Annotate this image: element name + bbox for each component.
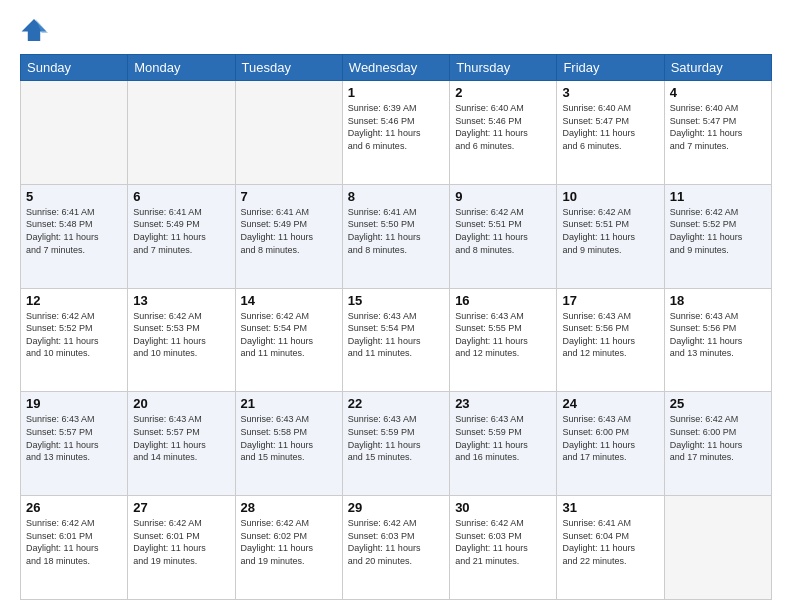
day-info: Sunrise: 6:40 AM Sunset: 5:46 PM Dayligh… xyxy=(455,102,551,152)
day-number: 20 xyxy=(133,396,229,411)
calendar-cell: 9Sunrise: 6:42 AM Sunset: 5:51 PM Daylig… xyxy=(450,184,557,288)
day-info: Sunrise: 6:43 AM Sunset: 5:55 PM Dayligh… xyxy=(455,310,551,360)
calendar-table: SundayMondayTuesdayWednesdayThursdayFrid… xyxy=(20,54,772,600)
calendar-cell xyxy=(21,81,128,185)
day-info: Sunrise: 6:40 AM Sunset: 5:47 PM Dayligh… xyxy=(670,102,766,152)
day-number: 25 xyxy=(670,396,766,411)
weekday-friday: Friday xyxy=(557,55,664,81)
day-number: 30 xyxy=(455,500,551,515)
weekday-header-row: SundayMondayTuesdayWednesdayThursdayFrid… xyxy=(21,55,772,81)
day-info: Sunrise: 6:40 AM Sunset: 5:47 PM Dayligh… xyxy=(562,102,658,152)
calendar-cell: 7Sunrise: 6:41 AM Sunset: 5:49 PM Daylig… xyxy=(235,184,342,288)
day-info: Sunrise: 6:43 AM Sunset: 6:00 PM Dayligh… xyxy=(562,413,658,463)
day-info: Sunrise: 6:43 AM Sunset: 5:57 PM Dayligh… xyxy=(133,413,229,463)
day-number: 16 xyxy=(455,293,551,308)
day-number: 17 xyxy=(562,293,658,308)
day-info: Sunrise: 6:43 AM Sunset: 5:59 PM Dayligh… xyxy=(455,413,551,463)
day-info: Sunrise: 6:41 AM Sunset: 5:50 PM Dayligh… xyxy=(348,206,444,256)
day-info: Sunrise: 6:42 AM Sunset: 5:52 PM Dayligh… xyxy=(670,206,766,256)
day-info: Sunrise: 6:43 AM Sunset: 5:54 PM Dayligh… xyxy=(348,310,444,360)
logo-icon xyxy=(20,16,48,44)
calendar-cell: 3Sunrise: 6:40 AM Sunset: 5:47 PM Daylig… xyxy=(557,81,664,185)
calendar-cell: 26Sunrise: 6:42 AM Sunset: 6:01 PM Dayli… xyxy=(21,496,128,600)
calendar-cell: 23Sunrise: 6:43 AM Sunset: 5:59 PM Dayli… xyxy=(450,392,557,496)
day-number: 11 xyxy=(670,189,766,204)
day-number: 13 xyxy=(133,293,229,308)
week-row-2: 12Sunrise: 6:42 AM Sunset: 5:52 PM Dayli… xyxy=(21,288,772,392)
day-info: Sunrise: 6:41 AM Sunset: 6:04 PM Dayligh… xyxy=(562,517,658,567)
weekday-sunday: Sunday xyxy=(21,55,128,81)
day-number: 6 xyxy=(133,189,229,204)
day-info: Sunrise: 6:42 AM Sunset: 6:01 PM Dayligh… xyxy=(133,517,229,567)
day-number: 31 xyxy=(562,500,658,515)
day-number: 3 xyxy=(562,85,658,100)
day-number: 12 xyxy=(26,293,122,308)
day-info: Sunrise: 6:42 AM Sunset: 5:51 PM Dayligh… xyxy=(562,206,658,256)
day-number: 2 xyxy=(455,85,551,100)
day-info: Sunrise: 6:42 AM Sunset: 6:02 PM Dayligh… xyxy=(241,517,337,567)
calendar-cell: 13Sunrise: 6:42 AM Sunset: 5:53 PM Dayli… xyxy=(128,288,235,392)
calendar-cell: 12Sunrise: 6:42 AM Sunset: 5:52 PM Dayli… xyxy=(21,288,128,392)
calendar-cell: 25Sunrise: 6:42 AM Sunset: 6:00 PM Dayli… xyxy=(664,392,771,496)
weekday-saturday: Saturday xyxy=(664,55,771,81)
day-info: Sunrise: 6:43 AM Sunset: 5:56 PM Dayligh… xyxy=(562,310,658,360)
day-number: 8 xyxy=(348,189,444,204)
calendar-cell: 10Sunrise: 6:42 AM Sunset: 5:51 PM Dayli… xyxy=(557,184,664,288)
calendar-cell: 4Sunrise: 6:40 AM Sunset: 5:47 PM Daylig… xyxy=(664,81,771,185)
calendar-cell: 15Sunrise: 6:43 AM Sunset: 5:54 PM Dayli… xyxy=(342,288,449,392)
day-number: 18 xyxy=(670,293,766,308)
calendar-cell: 20Sunrise: 6:43 AM Sunset: 5:57 PM Dayli… xyxy=(128,392,235,496)
day-info: Sunrise: 6:42 AM Sunset: 5:52 PM Dayligh… xyxy=(26,310,122,360)
calendar-cell: 2Sunrise: 6:40 AM Sunset: 5:46 PM Daylig… xyxy=(450,81,557,185)
calendar-cell: 14Sunrise: 6:42 AM Sunset: 5:54 PM Dayli… xyxy=(235,288,342,392)
calendar-cell xyxy=(128,81,235,185)
calendar-cell: 6Sunrise: 6:41 AM Sunset: 5:49 PM Daylig… xyxy=(128,184,235,288)
calendar-cell: 5Sunrise: 6:41 AM Sunset: 5:48 PM Daylig… xyxy=(21,184,128,288)
day-number: 26 xyxy=(26,500,122,515)
calendar-cell: 17Sunrise: 6:43 AM Sunset: 5:56 PM Dayli… xyxy=(557,288,664,392)
day-number: 21 xyxy=(241,396,337,411)
day-number: 28 xyxy=(241,500,337,515)
day-info: Sunrise: 6:42 AM Sunset: 5:53 PM Dayligh… xyxy=(133,310,229,360)
weekday-monday: Monday xyxy=(128,55,235,81)
day-number: 29 xyxy=(348,500,444,515)
calendar-cell: 1Sunrise: 6:39 AM Sunset: 5:46 PM Daylig… xyxy=(342,81,449,185)
header xyxy=(20,16,772,44)
day-number: 19 xyxy=(26,396,122,411)
day-number: 14 xyxy=(241,293,337,308)
calendar-cell: 31Sunrise: 6:41 AM Sunset: 6:04 PM Dayli… xyxy=(557,496,664,600)
calendar-cell: 16Sunrise: 6:43 AM Sunset: 5:55 PM Dayli… xyxy=(450,288,557,392)
week-row-1: 5Sunrise: 6:41 AM Sunset: 5:48 PM Daylig… xyxy=(21,184,772,288)
day-info: Sunrise: 6:41 AM Sunset: 5:48 PM Dayligh… xyxy=(26,206,122,256)
week-row-0: 1Sunrise: 6:39 AM Sunset: 5:46 PM Daylig… xyxy=(21,81,772,185)
calendar-cell: 21Sunrise: 6:43 AM Sunset: 5:58 PM Dayli… xyxy=(235,392,342,496)
day-number: 22 xyxy=(348,396,444,411)
week-row-4: 26Sunrise: 6:42 AM Sunset: 6:01 PM Dayli… xyxy=(21,496,772,600)
calendar-cell: 8Sunrise: 6:41 AM Sunset: 5:50 PM Daylig… xyxy=(342,184,449,288)
day-info: Sunrise: 6:42 AM Sunset: 5:51 PM Dayligh… xyxy=(455,206,551,256)
day-info: Sunrise: 6:42 AM Sunset: 6:01 PM Dayligh… xyxy=(26,517,122,567)
day-info: Sunrise: 6:42 AM Sunset: 6:00 PM Dayligh… xyxy=(670,413,766,463)
logo xyxy=(20,16,52,44)
weekday-thursday: Thursday xyxy=(450,55,557,81)
calendar-cell: 29Sunrise: 6:42 AM Sunset: 6:03 PM Dayli… xyxy=(342,496,449,600)
calendar-cell xyxy=(235,81,342,185)
calendar-cell: 24Sunrise: 6:43 AM Sunset: 6:00 PM Dayli… xyxy=(557,392,664,496)
day-number: 23 xyxy=(455,396,551,411)
day-info: Sunrise: 6:42 AM Sunset: 5:54 PM Dayligh… xyxy=(241,310,337,360)
calendar-cell: 27Sunrise: 6:42 AM Sunset: 6:01 PM Dayli… xyxy=(128,496,235,600)
day-number: 15 xyxy=(348,293,444,308)
day-info: Sunrise: 6:42 AM Sunset: 6:03 PM Dayligh… xyxy=(348,517,444,567)
day-number: 1 xyxy=(348,85,444,100)
calendar-cell: 18Sunrise: 6:43 AM Sunset: 5:56 PM Dayli… xyxy=(664,288,771,392)
day-info: Sunrise: 6:39 AM Sunset: 5:46 PM Dayligh… xyxy=(348,102,444,152)
day-info: Sunrise: 6:41 AM Sunset: 5:49 PM Dayligh… xyxy=(241,206,337,256)
day-info: Sunrise: 6:43 AM Sunset: 5:56 PM Dayligh… xyxy=(670,310,766,360)
day-number: 24 xyxy=(562,396,658,411)
day-info: Sunrise: 6:43 AM Sunset: 5:58 PM Dayligh… xyxy=(241,413,337,463)
calendar-cell: 19Sunrise: 6:43 AM Sunset: 5:57 PM Dayli… xyxy=(21,392,128,496)
calendar-cell: 22Sunrise: 6:43 AM Sunset: 5:59 PM Dayli… xyxy=(342,392,449,496)
day-info: Sunrise: 6:41 AM Sunset: 5:49 PM Dayligh… xyxy=(133,206,229,256)
day-number: 5 xyxy=(26,189,122,204)
calendar-cell: 11Sunrise: 6:42 AM Sunset: 5:52 PM Dayli… xyxy=(664,184,771,288)
